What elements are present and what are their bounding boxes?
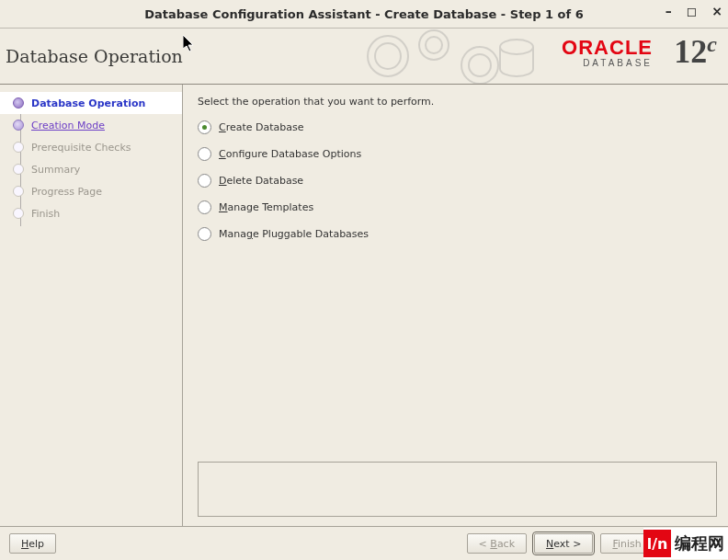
step-label: Finish (31, 208, 60, 220)
back-button: < Back (467, 533, 527, 554)
wizard-step-0[interactable]: Database Operation (0, 92, 182, 114)
step-bullet-icon (13, 164, 24, 175)
titlebar: Database Configuration Assistant - Creat… (0, 0, 728, 29)
step-label: Prerequisite Checks (31, 142, 131, 154)
watermark: l/n 编程网 (643, 528, 728, 559)
app-window: Database Configuration Assistant - Creat… (0, 0, 728, 560)
step-bullet-icon (13, 142, 24, 153)
svg-point-2 (419, 30, 449, 60)
help-button[interactable]: Help (9, 533, 56, 554)
step-label: Progress Page (31, 186, 102, 198)
logo-version: 12c (674, 32, 717, 71)
oracle-logo: ORACLE DATABASE 12c (626, 36, 717, 68)
bottom-toolbar: Help < Back Next > Finish Cancel (0, 526, 728, 560)
option-label: Create Database (219, 121, 304, 133)
radio-icon[interactable] (198, 174, 211, 188)
logo-main: ORACLE (562, 36, 653, 60)
step-label: Summary (31, 164, 80, 176)
svg-point-0 (368, 36, 408, 76)
wizard-step-3: Summary (0, 158, 182, 180)
option-label: Manage Templates (219, 201, 313, 213)
watermark-icon: l/n (643, 530, 671, 557)
wizard-sidebar: Database OperationCreation ModePrerequis… (0, 85, 183, 526)
banner: Database Operation ORACLE DATABASE 12c (0, 29, 728, 85)
maximize-icon[interactable]: ◻ (687, 4, 698, 18)
banner-title: Database Operation (0, 46, 183, 66)
radio-icon[interactable] (198, 120, 211, 134)
svg-point-4 (461, 47, 498, 84)
wizard-step-4: Progress Page (0, 180, 182, 202)
main-panel: Select the operation that you want to pe… (183, 85, 728, 526)
svg-point-3 (426, 37, 442, 53)
radio-icon[interactable] (198, 227, 211, 241)
operation-option-1[interactable]: Configure Database Options (198, 147, 717, 161)
step-bullet-icon (13, 97, 24, 109)
option-label: Manage Pluggable Databases (219, 228, 369, 240)
operation-option-4[interactable]: Manage Pluggable Databases (198, 227, 717, 241)
step-bullet-icon (13, 208, 24, 219)
wizard-step-1[interactable]: Creation Mode (0, 114, 182, 136)
option-label: Delete Database (219, 175, 303, 187)
watermark-text: 编程网 (675, 532, 724, 554)
next-button[interactable]: Next > (534, 533, 593, 554)
radio-icon[interactable] (198, 200, 211, 214)
banner-artwork (360, 29, 544, 84)
step-bullet-icon (13, 120, 24, 131)
option-label: Configure Database Options (219, 148, 361, 160)
operation-option-3[interactable]: Manage Templates (198, 200, 717, 214)
step-label: Creation Mode (31, 120, 105, 131)
wizard-step-2: Prerequisite Checks (0, 136, 182, 158)
description-box (198, 462, 717, 517)
prompt-text: Select the operation that you want to pe… (198, 96, 717, 108)
step-label: Database Operation (31, 97, 145, 109)
svg-point-1 (375, 43, 401, 69)
radio-icon[interactable] (198, 147, 211, 161)
window-title: Database Configuration Assistant - Creat… (0, 7, 728, 21)
minimize-icon[interactable]: – (665, 4, 672, 18)
operation-option-2[interactable]: Delete Database (198, 174, 717, 188)
operation-option-0[interactable]: Create Database (198, 120, 717, 134)
wizard-step-5: Finish (0, 202, 182, 224)
svg-point-6 (500, 40, 533, 54)
close-icon[interactable]: × (711, 4, 722, 18)
step-bullet-icon (13, 186, 24, 197)
svg-point-5 (469, 54, 491, 76)
